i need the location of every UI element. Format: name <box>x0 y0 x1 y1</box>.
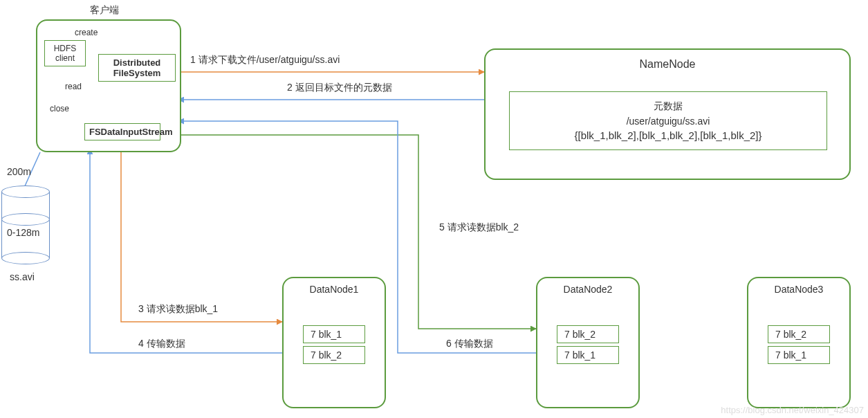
create-label: create <box>75 28 98 37</box>
step-4-label: 4 传输数据 <box>138 338 185 350</box>
namenode-container: NameNode 元数据 /user/atguigu/ss.avi {[blk_… <box>484 48 851 180</box>
step-6-label: 6 传输数据 <box>446 338 493 350</box>
step-1-label: 1 请求下载文件/user/atguigu/ss.avi <box>190 54 340 66</box>
hdfs-client-box: HDFS client <box>44 40 86 66</box>
meta-blocks: {[blk_1,blk_2],[blk_1,blk_2],[blk_1,blk_… <box>515 129 821 141</box>
datanode1-block2: 7 blk_2 <box>303 346 365 364</box>
datanode3-block1: 7 blk_2 <box>768 325 830 343</box>
meta-path: /user/atguigu/ss.avi <box>515 116 821 127</box>
datanode2-container: DataNode2 7 blk_2 7 blk_1 <box>536 277 640 408</box>
datanode2-block2: 7 blk_1 <box>557 346 619 364</box>
datanode2-title: DataNode2 <box>537 284 638 295</box>
cyl-file-label: ss.avi <box>10 271 35 282</box>
meta-title: 元数据 <box>515 100 821 113</box>
datanode3-container: DataNode3 7 blk_2 7 blk_1 <box>747 277 851 408</box>
stream-box: FSDataInputStream <box>84 123 160 140</box>
client-title: 客户端 <box>90 4 119 17</box>
datanode1-block1: 7 blk_1 <box>303 325 365 343</box>
metadata-box: 元数据 /user/atguigu/ss.avi {[blk_1,blk_2],… <box>509 91 827 150</box>
step-2-label: 2 返回目标文件的元数据 <box>287 82 392 94</box>
namenode-title: NameNode <box>486 58 849 71</box>
datanode3-title: DataNode3 <box>748 284 849 295</box>
watermark-text: https://blog.csdn.net/weixin_424307 <box>721 405 864 415</box>
dfs-box: Distributed FileSystem <box>98 54 176 82</box>
cyl-mid-label: 0-128m <box>7 227 39 238</box>
read-label: read <box>65 82 82 91</box>
datanode1-title: DataNode1 <box>284 284 385 295</box>
client-container: HDFS client Distributed FileSystem FSDat… <box>36 19 181 152</box>
step-5-label: 5 请求读数据blk_2 <box>439 221 519 234</box>
datanode3-block2: 7 blk_1 <box>768 346 830 364</box>
datanode2-block1: 7 blk_2 <box>557 325 619 343</box>
datanode1-container: DataNode1 7 blk_1 7 blk_2 <box>282 277 386 408</box>
close-label: close <box>50 104 69 113</box>
cyl-top-label: 200m <box>7 166 31 177</box>
cylinder: 0-128m <box>1 185 50 262</box>
step-3-label: 3 请求读数据blk_1 <box>138 303 218 316</box>
